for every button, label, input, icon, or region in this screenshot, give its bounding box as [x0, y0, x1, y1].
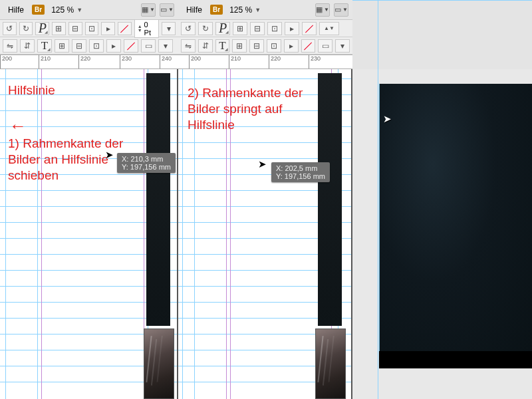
zoom-control[interactable]: 125 % ▼ — [49, 5, 85, 15]
tooltip-x: X: 202,5 mm — [276, 164, 325, 172]
ruler-tick: 220 — [269, 55, 281, 68]
coordinate-tooltip: X: 202,5 mm Y: 197,156 mm — [271, 162, 330, 182]
tool-arrow2-icon[interactable]: ▸ — [106, 39, 121, 53]
ruler-tick: 210 — [229, 55, 241, 68]
zoom-value: 125 % — [51, 5, 74, 15]
image-thumbnail[interactable] — [144, 329, 174, 399]
ruler-tick: 200 — [0, 55, 12, 68]
tool-swatch-icon[interactable]: ▭ — [141, 39, 156, 53]
tool-dist-1-icon[interactable]: ⊞ — [232, 39, 247, 53]
tool-dist-2-icon[interactable]: ⊟ — [72, 39, 86, 53]
tool-dist-2-icon[interactable]: ⊟ — [249, 39, 264, 53]
guide-line[interactable] — [352, 0, 532, 1]
tool-rotate-cw-icon[interactable]: ↻ — [198, 22, 213, 35]
tool-dist-3-icon[interactable]: ⊡ — [267, 39, 281, 53]
ruler-tick: 220 — [78, 55, 90, 68]
tool-type[interactable]: T◢ — [215, 39, 230, 53]
guide-line[interactable] — [378, 69, 378, 399]
coordinate-tooltip: X: 210,3 mm Y: 197,156 mm — [117, 153, 176, 173]
view-mode-button[interactable]: ▦▼ — [315, 3, 330, 17]
pasteboard-area: 3) — [352, 0, 532, 69]
tool-swatch-icon[interactable]: ▭ — [318, 39, 332, 53]
toolbar-row-1: ↺ ↻ P◢ ⊞ ⊟ ⊡ ▸ ▲▼ — [178, 20, 352, 37]
tool-arrow-icon[interactable]: ▸ — [101, 22, 115, 35]
ruler-tick: 210 — [39, 55, 51, 68]
toolbar-row-2: ⇋ ⇵ T◢ ⊞ ⊟ ⊡ ▸ ▭ ▾ — [178, 37, 352, 55]
tool-align-3-icon[interactable]: ⊡ — [85, 22, 99, 35]
tooltip-x: X: 210,3 mm — [122, 155, 171, 163]
tool-fill-none[interactable] — [301, 39, 316, 53]
image-frame-bottom — [379, 351, 532, 368]
menu-help[interactable]: Hilfe — [182, 4, 206, 16]
tool-more-icon[interactable]: ▾ — [335, 39, 350, 53]
toolbar-row-2: ⇋ ⇵ T◢ ⊞ ⊟ ⊡ ▸ ▭ ▾ — [0, 37, 178, 55]
annotation-guide-label: Hilfslinie — [8, 82, 55, 98]
menu-help[interactable]: Hilfe — [4, 4, 28, 16]
stroke-weight-value: 0 Pt — [144, 21, 156, 37]
bridge-badge[interactable]: Br — [210, 5, 223, 15]
tool-align-1-icon[interactable]: ⊞ — [52, 22, 66, 35]
screen-mode-button[interactable]: ▭▼ — [160, 3, 174, 17]
menu-bar: Hilfe Br 125 % ▼ ▦▼ ▭▼ — [0, 0, 178, 20]
arrow-left-icon: ← — [9, 116, 27, 136]
tool-rotate-ccw-icon[interactable]: ↺ — [3, 22, 17, 35]
ruler-tick: 230 — [309, 55, 321, 68]
zoom-control[interactable]: 125 % ▼ — [227, 5, 263, 15]
tool-dist-3-icon[interactable]: ⊡ — [89, 39, 104, 53]
tool-flip-h-icon[interactable]: ⇋ — [3, 39, 17, 53]
ruler-tick: 200 — [189, 55, 201, 68]
tool-paragraph[interactable]: P◢ — [35, 22, 49, 35]
toolbar-row-1: ↺ ↻ P◢ ⊞ ⊟ ⊡ ▸ ▲▼ 0 Pt ▾ — [0, 20, 178, 37]
tooltip-y: Y: 197,156 mm — [122, 163, 171, 171]
tooltip-y: Y: 197,156 mm — [276, 172, 325, 180]
horizontal-ruler[interactable]: 200 210 220 230 240 — [0, 55, 178, 69]
tool-extra-icon[interactable]: ▾ — [162, 22, 176, 35]
ruler-tick: 240 — [160, 55, 172, 68]
ruler-tick: 230 — [120, 55, 132, 68]
tool-arrow-icon[interactable]: ▸ — [285, 22, 299, 35]
no-fill-icon — [126, 41, 136, 51]
document-canvas[interactable]: Hilfslinie ← 1) Rahmenkante der Bilder a… — [0, 69, 178, 399]
cursor-icon: ➤ — [105, 149, 114, 161]
tool-rotate-ccw-icon[interactable]: ↺ — [181, 22, 196, 35]
screen-mode-button[interactable]: ▭▼ — [334, 3, 348, 17]
no-fill-icon — [303, 41, 313, 51]
tool-fill-none[interactable] — [124, 39, 138, 53]
document-canvas[interactable]: ➤ — [352, 69, 532, 399]
menu-bar: Hilfe Br 125 % ▼ ▦▼ ▭▼ — [178, 0, 352, 20]
no-stroke-icon — [119, 23, 130, 34]
placed-image[interactable] — [379, 84, 532, 351]
tool-dist-1-icon[interactable]: ⊞ — [55, 39, 69, 53]
horizontal-ruler[interactable]: 200 210 220 230 — [178, 55, 352, 69]
tool-flip-h-icon[interactable]: ⇋ — [181, 39, 196, 53]
stepper-icon: ▲▼ — [138, 25, 142, 33]
tool-stroke-none[interactable] — [118, 22, 132, 35]
view-mode-button[interactable]: ▦▼ — [141, 3, 156, 17]
tool-rotate-cw-icon[interactable]: ↻ — [19, 22, 33, 35]
zoom-value: 125 % — [229, 5, 252, 15]
cursor-icon: ➤ — [383, 113, 392, 125]
chevron-down-icon: ▼ — [76, 7, 82, 13]
document-canvas[interactable]: 2) Rahmenkante der Bilder springt auf Hi… — [178, 69, 352, 399]
image-thumbnail[interactable] — [315, 329, 346, 399]
tool-more-icon[interactable]: ▾ — [158, 39, 173, 53]
annotation-step2: 2) Rahmenkante der Bilder springt auf Hi… — [188, 85, 327, 132]
tool-type[interactable]: T◢ — [37, 39, 52, 53]
stroke-weight-field[interactable]: ▲▼ 0 Pt — [134, 19, 160, 38]
tool-arrow2-icon[interactable]: ▸ — [284, 39, 299, 53]
cursor-icon: ➤ — [258, 158, 267, 170]
stroke-weight-field[interactable]: ▲▼ — [319, 22, 339, 35]
tool-flip-v-icon[interactable]: ⇵ — [198, 39, 213, 53]
tool-stroke-none[interactable] — [302, 22, 317, 35]
no-stroke-icon — [304, 23, 315, 34]
chevron-down-icon: ▼ — [255, 7, 261, 13]
bridge-badge[interactable]: Br — [32, 5, 45, 15]
tool-paragraph[interactable]: P◢ — [215, 22, 230, 35]
image-frame-edge[interactable] — [146, 73, 170, 326]
tool-align-1-icon[interactable]: ⊞ — [233, 22, 247, 35]
tool-flip-v-icon[interactable]: ⇵ — [20, 39, 35, 53]
tool-align-2-icon[interactable]: ⊟ — [68, 22, 82, 35]
tool-align-2-icon[interactable]: ⊟ — [250, 22, 265, 35]
tool-align-3-icon[interactable]: ⊡ — [267, 22, 282, 35]
